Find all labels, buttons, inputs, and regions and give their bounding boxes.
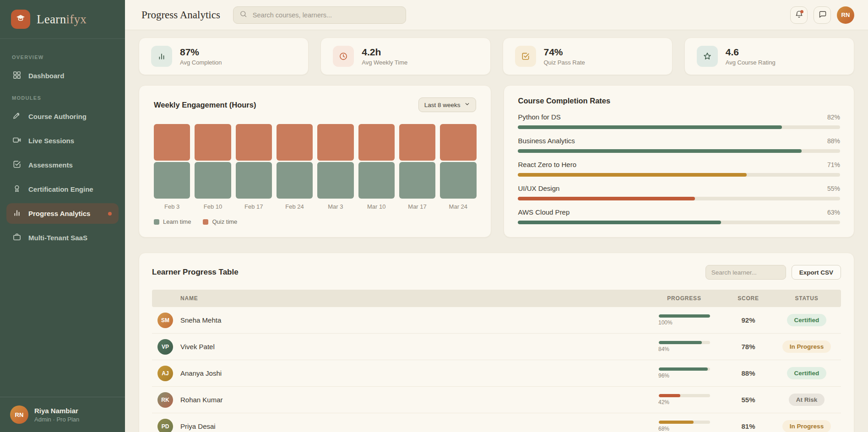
table-row[interactable]: RK Rohan Kumar 42% 55% At Risk [152,387,841,413]
quiz-time-bar [440,124,476,161]
x-tick-label: Feb 3 [154,203,190,210]
star-icon [697,46,718,67]
legend-label: Quiz time [212,218,237,225]
page-title: Progress Analytics [141,9,220,21]
avatar: RK [157,392,173,408]
progress-fill [659,314,710,318]
section-label-overview: OVERVIEW [12,54,113,60]
progress-track [518,125,840,129]
export-csv-button[interactable]: Export CSV [792,265,841,280]
avatar: RN [10,405,28,424]
progress-label: 84% [658,346,669,352]
stat-value: 4.6 [726,47,776,58]
learn-time-bar [236,162,272,199]
global-search[interactable] [233,6,406,24]
bar-chart-icon [12,208,22,219]
quiz-time-bar [317,124,353,161]
table-row[interactable]: VP Vivek Patel 84% 78% In Progress [152,334,841,360]
sidebar-item-assessments[interactable]: Assessments [6,155,119,175]
avatar: SM [157,313,173,328]
weekly-engagement-card: Weekly Engagement (Hours) Last 8 weeks [139,85,491,238]
progress-fill [518,221,721,224]
legend-item-learn-time: Learn time [154,218,191,225]
avatar: AJ [157,366,173,381]
progress-label: 100% [658,319,673,326]
progress-track [659,394,710,397]
graduation-cap-icon [15,13,26,26]
stat-card-avg-weekly-time: 4.2h Avg Weekly Time [320,38,490,75]
user-name: Riya Nambiar [34,407,79,415]
search-input[interactable] [252,11,400,19]
course-name: Python for DS [518,113,560,121]
course-pct: 88% [827,137,840,145]
quiz-time-bar [277,124,313,161]
stat-label: Avg Completion [180,59,222,66]
x-tick-label: Mar 17 [399,203,435,210]
progress-track [518,221,840,224]
stat-value: 87% [180,47,222,58]
sidebar-item-multi-tenant-saas[interactable]: Multi-Tenant SaaS [6,227,119,248]
app-window: Learnifyx OVERVIEW Dashboard MODULES [0,0,868,432]
x-tick-label: Feb 17 [236,203,272,210]
learn-time-bar [317,162,353,199]
chart-column: Mar 10 [358,124,395,210]
table-row[interactable]: PD Priya Desai 68% 81% In Progress [152,413,841,432]
engagement-chart: Feb 3 Feb 10 Feb 17 [154,124,476,210]
course-name: AWS Cloud Prep [518,208,570,216]
chart-column: Mar 24 [440,124,476,210]
stat-card-avg-course-rating: 4.6 Avg Course Rating [684,38,854,75]
sidebar-item-certification-engine[interactable]: Certification Engine [6,179,119,200]
stat-value: 4.2h [362,47,407,58]
progress-fill [518,197,695,200]
score-cell: 81% [724,422,772,430]
sidebar-item-progress-analytics[interactable]: Progress Analytics [6,203,119,224]
learner-name: Rohan Kumar [180,396,223,404]
table-row[interactable]: AJ Ananya Joshi 96% 88% Certified [152,360,841,387]
range-select[interactable]: Last 8 weeks [418,97,477,112]
sidebar-item-course-authoring[interactable]: Course Authoring [6,106,119,127]
briefcase-icon [12,232,22,243]
brand-name: Learnifyx [37,12,87,27]
bar-chart-icon [151,46,172,67]
search-icon [239,10,247,20]
progress-cell: 42% [644,394,724,405]
progress-fill [659,341,702,344]
range-select-value: Last 8 weeks [424,102,461,108]
stat-value: 74% [544,47,585,58]
sidebar-user[interactable]: RN Riya Nambiar Admin · Pro Plan [0,397,125,432]
messages-button[interactable] [814,6,831,24]
progress-fill [659,394,680,397]
sidebar-item-dashboard[interactable]: Dashboard [6,65,119,86]
stats-row: 87% Avg Completion 4.2h Avg Weekly Time [139,38,854,75]
notification-dot [108,212,112,216]
completion-row: Python for DS 82% [518,113,840,129]
video-icon [12,135,22,146]
progress-label: 68% [658,426,669,432]
quiz-time-bar [195,124,231,161]
table-row[interactable]: SM Sneha Mehta 100% 92% Certified [152,307,841,334]
course-completion-card: Course Completion Rates Python for DS 82… [504,85,854,238]
progress-label: 42% [658,399,669,405]
chart-legend: Learn time Quiz time [154,218,476,225]
progress-track [659,367,710,371]
table-header-row: NAME PROGRESS SCORE STATUS [152,290,841,307]
progress-fill [659,421,694,424]
learner-search-input[interactable] [705,265,786,280]
sidebar-item-label: Assessments [28,161,73,169]
sidebar: Learnifyx OVERVIEW Dashboard MODULES [0,0,125,432]
legend-swatch [154,219,159,225]
sidebar-item-live-sessions[interactable]: Live Sessions [6,130,119,151]
learner-name: Sneha Mehta [180,316,221,324]
content: 87% Avg Completion 4.2h Avg Weekly Time [125,30,868,432]
chart-column: Feb 10 [195,124,231,210]
completion-row: UI/UX Design 55% [518,184,840,200]
legend-swatch [203,219,208,225]
notifications-button[interactable] [790,6,808,24]
topbar-actions: RN [790,6,854,24]
sidebar-item-label: Live Sessions [28,137,74,145]
progress-cell: 100% [644,314,724,326]
course-pct: 55% [827,185,840,192]
learn-time-bar [277,162,313,199]
x-tick-label: Mar 24 [440,203,476,210]
topbar-avatar[interactable]: RN [837,6,854,24]
